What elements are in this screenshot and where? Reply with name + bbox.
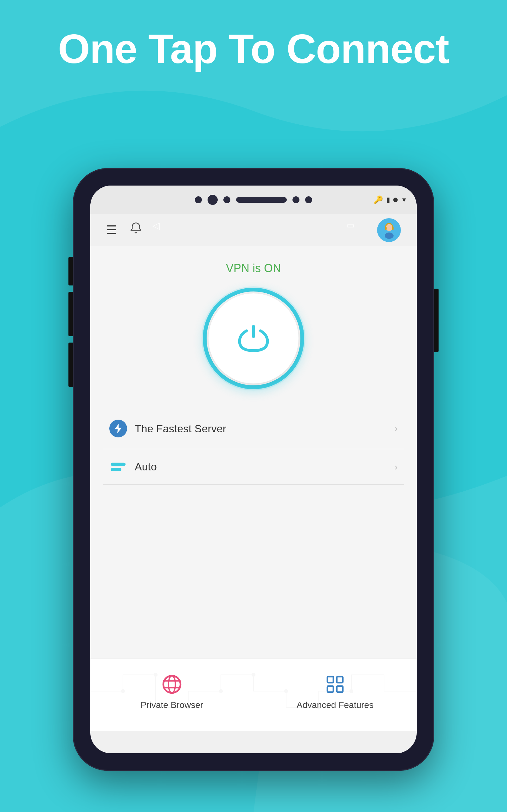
power-button xyxy=(434,289,439,352)
power-symbol-icon xyxy=(236,321,271,356)
volume-up-button xyxy=(68,257,73,286)
svg-point-14 xyxy=(317,705,321,709)
camera-area xyxy=(195,195,312,205)
server-lightning-icon xyxy=(109,420,127,438)
svg-rect-3 xyxy=(385,227,387,230)
svg-rect-7 xyxy=(111,468,121,471)
vpn-status-text: VPN is ON xyxy=(226,262,281,275)
svg-point-8 xyxy=(121,689,125,693)
svg-point-5 xyxy=(385,233,394,239)
volume-down-button xyxy=(68,292,73,336)
phone-shell: 🔑 ▮ ▼ ☰ xyxy=(73,168,434,771)
protocol-row[interactable]: Auto › xyxy=(103,449,404,485)
back-button[interactable]: ◁ xyxy=(153,220,160,231)
protocol-chevron-icon: › xyxy=(395,461,398,472)
speaker-grille xyxy=(236,197,287,203)
camera-button xyxy=(68,343,73,387)
svg-point-12 xyxy=(251,673,256,676)
svg-rect-4 xyxy=(392,227,394,230)
bottom-navigation: Private Browser Advanced Featu xyxy=(90,658,417,731)
camera-dot-right xyxy=(305,196,312,203)
phone-mockup: 🔑 ▮ ▼ ☰ xyxy=(73,168,434,771)
avatar[interactable] xyxy=(377,218,401,242)
svg-point-15 xyxy=(349,689,353,693)
svg-point-13 xyxy=(284,689,288,693)
svg-rect-6 xyxy=(111,462,126,466)
hamburger-menu-icon[interactable]: ☰ xyxy=(106,223,117,237)
server-options: The Fastest Server › Auto › xyxy=(90,408,417,485)
server-chevron-icon: › xyxy=(395,423,398,434)
front-camera xyxy=(208,195,218,205)
recents-button[interactable]: ▭ xyxy=(347,220,354,230)
vpn-power-button[interactable] xyxy=(203,288,304,389)
svg-point-11 xyxy=(219,689,223,693)
app-bar: ☰ xyxy=(90,214,417,246)
sensor-dot xyxy=(292,196,299,203)
camera-dot-mid xyxy=(223,196,230,203)
power-inner xyxy=(209,293,298,384)
fastest-server-row[interactable]: The Fastest Server › xyxy=(103,408,404,449)
camera-dot-left xyxy=(195,196,202,203)
svg-point-10 xyxy=(186,705,190,709)
wifi-icon: ▼ xyxy=(401,196,407,204)
protocol-icon xyxy=(109,462,127,472)
vpn-key-icon: 🔑 xyxy=(374,195,383,204)
status-bar: 🔑 ▮ ▼ xyxy=(364,186,417,214)
svg-point-9 xyxy=(154,673,158,676)
wifi-dot xyxy=(393,198,398,202)
fastest-server-label: The Fastest Server xyxy=(135,422,387,435)
app-bar-left: ☰ xyxy=(106,222,142,239)
screen-content: ☰ xyxy=(90,214,417,731)
notification-bell-icon[interactable] xyxy=(130,222,142,239)
phone-screen: 🔑 ▮ ▼ ☰ xyxy=(90,186,417,753)
signal-icon: ▮ xyxy=(386,196,390,204)
notch-bar: 🔑 ▮ ▼ xyxy=(90,186,417,214)
hero-title: One Tap To Connect xyxy=(0,26,507,73)
protocol-label: Auto xyxy=(135,461,387,473)
